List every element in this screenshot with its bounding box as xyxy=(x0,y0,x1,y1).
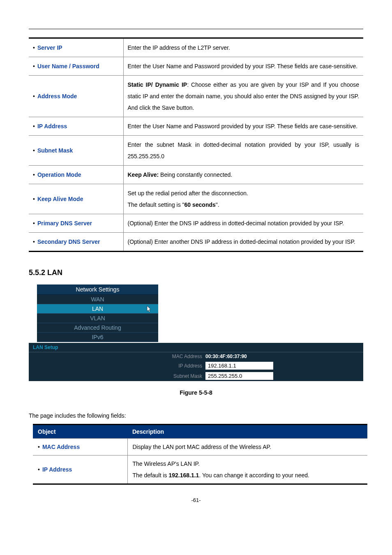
param-label: •Subnet Mask xyxy=(29,136,123,166)
page-number: -61- xyxy=(29,497,363,503)
param-label: •Primary DNS Server xyxy=(29,214,123,233)
nav-item-ipv6[interactable]: IPv6 xyxy=(37,333,158,342)
header-description: Description xyxy=(127,425,367,439)
figure-caption: Figure 5-5-8 xyxy=(29,389,363,396)
nav-item-lan[interactable]: LAN xyxy=(37,304,158,314)
ip-address-label: IP Address xyxy=(29,363,205,369)
table-row: •Operation Mode Keep Alive: Being consta… xyxy=(29,166,363,184)
mac-address-label: MAC Address xyxy=(29,354,205,359)
parameter-table-2: Object Description •MAC Address Display … xyxy=(33,424,367,485)
lan-mac-row: MAC Address 00:30:4F:60:37:90 xyxy=(29,352,363,361)
subnet-mask-label: Subnet Mask xyxy=(29,373,205,379)
header-object: Object xyxy=(33,425,127,439)
table-row: •Address Mode Static IP/ Dynamic IP: Cho… xyxy=(29,76,363,117)
lan-setup-panel: LAN Setup MAC Address 00:30:4F:60:37:90 … xyxy=(29,343,363,381)
param-label: •Server IP xyxy=(29,38,123,57)
param-label: •IP Address xyxy=(29,117,123,136)
table-row: •User Name / Password Enter the User Nam… xyxy=(29,57,363,76)
intro-text: The page includes the following fields: xyxy=(29,412,363,419)
table-header-row: Object Description xyxy=(33,425,367,439)
lan-setup-title: LAN Setup xyxy=(29,343,363,352)
mac-address-value: 00:30:4F:60:37:90 xyxy=(205,354,247,359)
table-row: •MAC Address Display the LAN port MAC ad… xyxy=(33,439,367,456)
param-desc: Enter the User Name and Password provide… xyxy=(123,117,363,136)
table-row: •Server IP Enter the IP address of the L… xyxy=(29,38,363,57)
table-row: •Keep Alive Mode Set up the redial perio… xyxy=(29,184,363,214)
lan-ip-row: IP Address 192.168.1.1 xyxy=(29,361,363,371)
param-label: •MAC Address xyxy=(33,439,127,456)
param-label: •Operation Mode xyxy=(29,166,123,184)
param-label: •Address Mode xyxy=(29,76,123,117)
table-row: •Primary DNS Server (Optional) Enter the… xyxy=(29,214,363,233)
param-desc: Keep Alive: Being constantly connected. xyxy=(123,166,363,184)
lan-subnet-row: Subnet Mask 255.255.255.0 xyxy=(29,371,363,381)
section-heading-lan: 5.5.2 LAN xyxy=(29,268,363,277)
subnet-mask-input[interactable]: 255.255.255.0 xyxy=(205,372,273,380)
table-row: •Secondary DNS Server (Optional) Enter a… xyxy=(29,233,363,252)
table-row: •IP Address Enter the User Name and Pass… xyxy=(29,117,363,136)
table-row: •Subnet Mask Enter the subnet Mask in do… xyxy=(29,136,363,166)
param-label: •IP Address xyxy=(33,456,127,484)
param-desc: Enter the IP address of the L2TP server. xyxy=(123,38,363,57)
nav-item-advanced-routing[interactable]: Advanced Routing xyxy=(37,323,158,333)
param-desc: (Optional) Enter the DNS IP address in d… xyxy=(123,214,363,233)
param-label: •Keep Alive Mode xyxy=(29,184,123,214)
param-desc: Set up the redial period after the disco… xyxy=(123,184,363,214)
ip-address-input[interactable]: 192.168.1.1 xyxy=(205,362,273,370)
nav-item-wan[interactable]: WAN xyxy=(37,295,158,304)
table-row: •IP Address The Wireless AP's LAN IP. Th… xyxy=(33,456,367,484)
nav-header: Network Settings xyxy=(37,284,158,295)
param-desc: Static IP/ Dynamic IP: Choose either as … xyxy=(123,76,363,117)
param-desc: Display the LAN port MAC address of the … xyxy=(127,439,367,456)
cursor-icon xyxy=(146,305,152,314)
param-label: •Secondary DNS Server xyxy=(29,233,123,252)
network-settings-menu: Network Settings WAN LAN VLAN Advanced R… xyxy=(37,284,158,342)
param-desc: Enter the User Name and Password provide… xyxy=(123,57,363,76)
param-desc: (Optional) Enter another DNS IP address … xyxy=(123,233,363,252)
nav-item-vlan[interactable]: VLAN xyxy=(37,314,158,323)
param-desc: Enter the subnet Mask in dotted-decimal … xyxy=(123,136,363,166)
param-desc: The Wireless AP's LAN IP. The default is… xyxy=(127,456,367,484)
param-label: •User Name / Password xyxy=(29,57,123,76)
parameter-table-1: •Server IP Enter the IP address of the L… xyxy=(29,37,363,252)
